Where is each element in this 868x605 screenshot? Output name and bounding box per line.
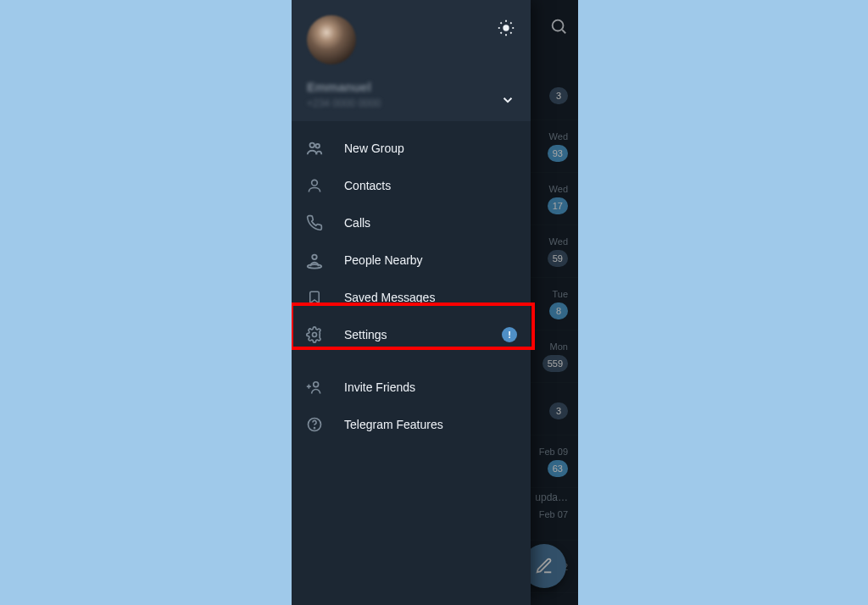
- menu-people-nearby[interactable]: People Nearby: [292, 241, 531, 279]
- menu-label: Saved Messages: [344, 291, 435, 304]
- phone-icon: [305, 214, 324, 231]
- svg-line-5: [501, 23, 502, 24]
- svg-line-10: [510, 23, 511, 24]
- phone-frame: 3Wed93Wed17Wed59Tue8Mon5593Feb 0963Feb 0…: [292, 0, 578, 605]
- menu-label: Calls: [344, 216, 370, 230]
- svg-point-13: [312, 180, 318, 186]
- menu-invite-friends[interactable]: Invite Friends: [292, 369, 531, 406]
- svg-point-21: [314, 428, 315, 429]
- menu-label: People Nearby: [344, 253, 423, 267]
- location-person-icon: [305, 251, 324, 269]
- person-add-icon: [305, 379, 324, 396]
- navigation-drawer: Emmanuel +234 0000 0000 New Group Contac…: [292, 0, 531, 605]
- menu-contacts[interactable]: Contacts: [292, 167, 531, 204]
- bookmark-icon: [305, 289, 324, 306]
- help-icon: [305, 416, 324, 433]
- avatar[interactable]: [307, 15, 356, 64]
- menu-settings[interactable]: Settings !: [292, 316, 531, 353]
- theme-toggle-icon[interactable]: [497, 19, 515, 37]
- svg-point-15: [308, 264, 322, 269]
- svg-point-11: [310, 143, 315, 148]
- drawer-overlay[interactable]: [531, 0, 578, 605]
- menu-telegram-features[interactable]: Telegram Features: [292, 406, 531, 443]
- svg-point-14: [312, 255, 317, 260]
- menu-label: Invite Friends: [344, 380, 415, 394]
- settings-alert-badge: !: [502, 327, 517, 342]
- chevron-down-icon[interactable]: [500, 92, 515, 108]
- menu-label: Contacts: [344, 179, 391, 192]
- svg-point-17: [314, 382, 319, 387]
- menu-calls[interactable]: Calls: [292, 204, 531, 241]
- svg-point-12: [315, 144, 320, 148]
- person-icon: [305, 177, 324, 194]
- profile-name: Emmanuel: [307, 80, 515, 94]
- svg-point-2: [503, 25, 509, 31]
- gear-icon: [305, 326, 324, 343]
- menu-label: New Group: [344, 142, 404, 155]
- menu-saved-messages[interactable]: Saved Messages: [292, 279, 531, 316]
- drawer-menu: New Group Contacts Calls People Nearby: [292, 121, 531, 443]
- group-icon: [305, 139, 324, 158]
- svg-line-6: [510, 32, 511, 33]
- drawer-header: Emmanuel +234 0000 0000: [292, 0, 531, 121]
- profile-phone: +234 0000 0000: [307, 97, 515, 109]
- svg-line-9: [501, 32, 502, 33]
- menu-label: Telegram Features: [344, 418, 443, 431]
- svg-point-16: [313, 333, 317, 337]
- menu-new-group[interactable]: New Group: [292, 130, 531, 167]
- menu-label: Settings: [344, 328, 387, 341]
